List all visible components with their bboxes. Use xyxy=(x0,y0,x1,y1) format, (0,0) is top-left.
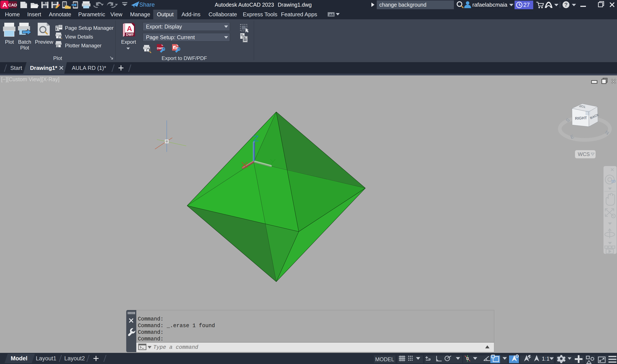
svg-text:2D: 2D xyxy=(611,180,616,183)
svg-text:1:1: 1:1 xyxy=(542,355,550,362)
svg-text:?: ? xyxy=(564,2,567,8)
svg-text:DWF: DWF xyxy=(126,33,134,36)
svg-text:A: A xyxy=(127,25,132,33)
svg-text:CAD: CAD xyxy=(8,3,17,7)
svg-text:RIGHT: RIGHT xyxy=(575,116,587,121)
svg-text:A: A xyxy=(2,1,7,8)
svg-text:WCS: WCS xyxy=(578,151,590,157)
